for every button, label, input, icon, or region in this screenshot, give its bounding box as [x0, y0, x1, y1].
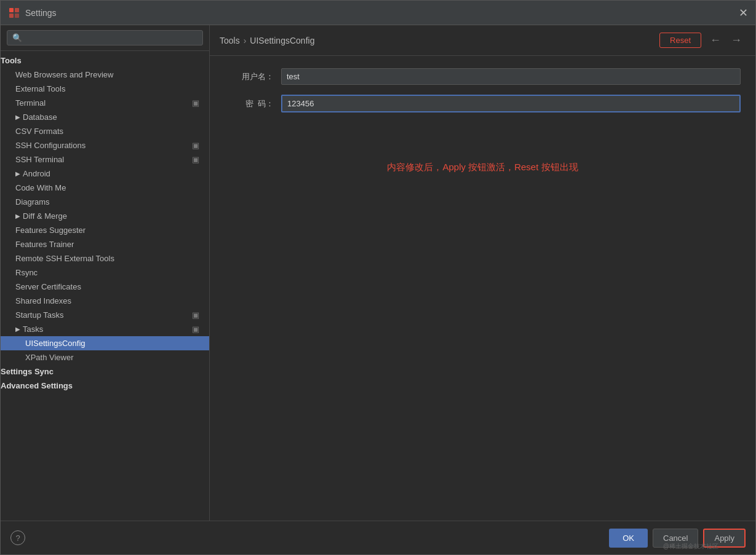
item-label: Android — [23, 169, 50, 178]
reset-button[interactable]: Reset — [659, 33, 701, 48]
sidebar-tree: ToolsWeb Browsers and PreviewExternal To… — [1, 51, 209, 521]
bottom-bar: ? OK Cancel Apply — [1, 521, 755, 554]
sidebar-item[interactable]: ▶Diff & Merge — [1, 209, 209, 223]
chevron-icon: ▶ — [15, 114, 20, 120]
badge-icon: ▣ — [192, 325, 199, 334]
sidebar-item[interactable]: ▶Database — [1, 110, 209, 124]
item-label: UISettingsConfig — [25, 339, 86, 348]
dialog-title: Settings — [25, 8, 57, 18]
close-button[interactable]: ✕ — [739, 6, 748, 20]
sidebar-item[interactable]: ▶Tasks▣ — [1, 322, 209, 336]
sidebar-item[interactable]: Rsync — [1, 266, 209, 280]
sidebar-item[interactable]: SSH Terminal▣ — [1, 152, 209, 167]
breadcrumb-config: UISettingsConfig — [250, 36, 314, 45]
item-label: External Tools — [15, 84, 65, 93]
chevron-icon: ▶ — [15, 213, 20, 219]
right-panel: Tools › UISettingsConfig Reset ← → 用户名： — [210, 25, 755, 521]
item-label: Database — [23, 112, 57, 122]
sidebar-item[interactable]: ▶Android — [1, 167, 209, 181]
item-label: Code With Me — [15, 183, 66, 192]
username-input[interactable] — [281, 68, 741, 85]
item-label: SSH Terminal — [15, 155, 64, 164]
sidebar-item[interactable]: CSV Formats — [1, 124, 209, 138]
ok-button[interactable]: OK — [609, 529, 648, 548]
settings-dialog: Settings ✕ ToolsWeb Browsers and Preview… — [0, 0, 756, 555]
chevron-icon: ▶ — [15, 170, 20, 177]
item-label: Startup Tasks — [15, 310, 64, 320]
svg-rect-3 — [15, 14, 19, 18]
item-label: Remote SSH External Tools — [15, 254, 114, 263]
svg-rect-2 — [9, 14, 14, 18]
badge-icon: ▣ — [192, 310, 199, 320]
badge-icon: ▣ — [192, 98, 199, 108]
password-input[interactable] — [281, 95, 741, 112]
item-label: SSH Configurations — [15, 141, 86, 150]
item-label: Diff & Merge — [23, 211, 67, 221]
sidebar-item[interactable]: Settings Sync — [1, 364, 209, 379]
nav-buttons: ← → — [706, 33, 746, 48]
sidebar-item[interactable]: Terminal▣ — [1, 96, 209, 110]
item-label: CSV Formats — [15, 127, 63, 136]
sidebar-item-selected[interactable]: UISettingsConfig — [1, 336, 209, 350]
sidebar: ToolsWeb Browsers and PreviewExternal To… — [1, 25, 210, 521]
item-label: Tools — [1, 56, 22, 65]
sidebar-item[interactable]: Server Certificates — [1, 280, 209, 294]
panel-header: Tools › UISettingsConfig Reset ← → — [210, 25, 755, 56]
help-button[interactable]: ? — [10, 530, 25, 545]
item-label: Server Certificates — [15, 282, 81, 291]
badge-icon: ▣ — [192, 155, 199, 164]
item-label: Shared Indexes — [15, 296, 71, 305]
search-bar — [1, 25, 209, 51]
breadcrumb: Tools › UISettingsConfig — [220, 36, 659, 45]
sidebar-item[interactable]: XPath Viewer — [1, 350, 209, 364]
chevron-icon: ▶ — [15, 326, 20, 333]
sidebar-item[interactable]: Code With Me — [1, 181, 209, 195]
back-button[interactable]: ← — [706, 33, 725, 48]
sidebar-item[interactable]: SSH Configurations▣ — [1, 138, 209, 152]
svg-rect-1 — [15, 8, 19, 12]
breadcrumb-separator: › — [244, 36, 247, 45]
item-label: Rsync — [15, 268, 38, 277]
item-label: XPath Viewer — [25, 353, 74, 362]
item-label: Web Browsers and Preview — [15, 70, 113, 79]
watermark: @稀土掘金技术社区 — [663, 542, 718, 551]
sidebar-item[interactable]: Features Suggester — [1, 223, 209, 237]
item-label: Tasks — [23, 325, 43, 334]
sidebar-item[interactable]: Tools — [1, 53, 209, 68]
username-row: 用户名： — [225, 68, 741, 85]
sidebar-item[interactable]: Remote SSH External Tools — [1, 251, 209, 266]
app-icon — [8, 7, 20, 19]
breadcrumb-tools: Tools — [220, 36, 240, 45]
item-label: Diagrams — [15, 197, 50, 207]
title-bar: Settings ✕ — [1, 1, 755, 25]
svg-rect-0 — [9, 8, 14, 12]
item-label: Terminal — [15, 98, 46, 108]
search-input[interactable] — [7, 30, 203, 45]
sidebar-item[interactable]: External Tools — [1, 82, 209, 96]
main-content: ToolsWeb Browsers and PreviewExternal To… — [1, 25, 755, 521]
sidebar-item[interactable]: Diagrams — [1, 195, 209, 209]
sidebar-item[interactable]: Web Browsers and Preview — [1, 68, 209, 82]
item-label: Features Trainer — [15, 240, 74, 249]
item-label: Advanced Settings — [1, 381, 73, 390]
sidebar-item[interactable]: Advanced Settings — [1, 379, 209, 393]
sidebar-item[interactable]: Shared Indexes — [1, 294, 209, 308]
username-label: 用户名： — [225, 71, 274, 82]
item-label: Features Suggester — [15, 226, 86, 235]
sidebar-item[interactable]: Startup Tasks▣ — [1, 308, 209, 322]
forward-button[interactable]: → — [727, 33, 746, 48]
panel-body: 用户名： 密 码： 内容修改后，Apply 按钮激活，Reset 按钮出现 — [210, 56, 755, 521]
password-row: 密 码： — [225, 95, 741, 112]
sidebar-item[interactable]: Features Trainer — [1, 237, 209, 251]
password-label: 密 码： — [225, 98, 274, 109]
annotation-text: 内容修改后，Apply 按钮激活，Reset 按钮出现 — [225, 162, 741, 173]
item-label: Settings Sync — [1, 367, 54, 376]
badge-icon: ▣ — [192, 141, 199, 150]
